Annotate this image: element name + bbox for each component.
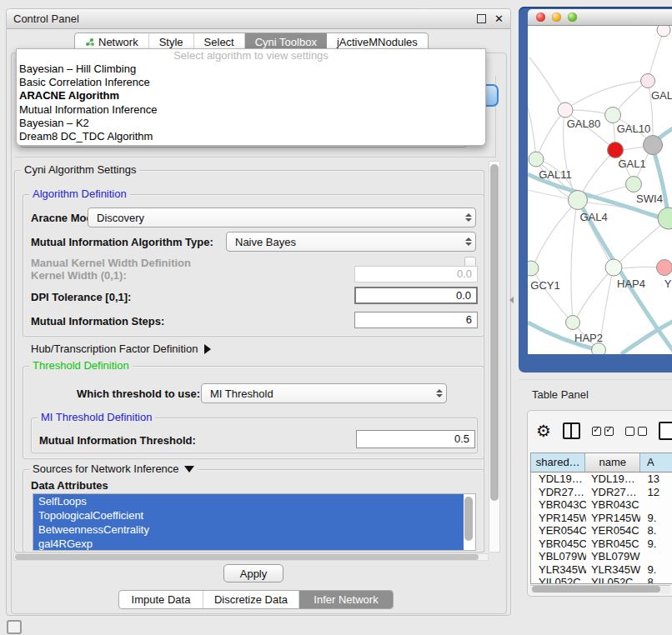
table-row[interactable]: YBL079WYBL079W [531,550,672,563]
algorithm-option[interactable]: Basic Correlation Inference [17,76,485,89]
data-attributes-list[interactable]: SelfLoopsTopologicalCoefficientBetweenne… [33,493,476,551]
network-node[interactable] [569,191,588,210]
mac-zoom-icon[interactable] [568,12,577,22]
network-edge[interactable] [615,221,666,266]
network-edge[interactable] [574,269,612,321]
network-node-label: SWI4 [636,192,663,205]
algorithm-option[interactable]: Bayesian – Hill Climbing [17,62,485,76]
gear-icon[interactable]: ⚙ [536,422,551,439]
network-node-label: GAL80 [567,118,600,130]
table-cell: YBR043C [531,498,586,512]
network-node[interactable] [528,261,539,276]
table-cell: 9. [640,563,672,577]
tab-discretize-data[interactable]: Discretize Data [203,591,299,608]
column-header-clipped[interactable]: A [640,453,672,472]
mi-threshold-input[interactable]: 0.5 [356,430,475,448]
network-view-window[interactable]: GAL7GAL80GAL10GAL1GAL11SWI4GAL4GCY1HAP4Y… [519,7,672,372]
apply-button[interactable]: Apply [223,564,283,582]
network-edge[interactable] [571,203,577,321]
attributes-scrollbar-thumb[interactable] [464,497,473,541]
table-row[interactable]: YIL052CYIL052C8. [531,576,672,583]
network-node[interactable] [566,316,580,330]
table-row[interactable]: YPR145WYPR145W9. [531,512,672,525]
algorithm-popup-list: Bayesian – Hill ClimbingBasic Correlatio… [17,62,485,143]
algorithm-option[interactable]: Bayesian – K2 [17,117,485,130]
network-node[interactable] [608,142,624,158]
splitter-collapse-icon[interactable] [509,297,514,303]
network-node[interactable] [529,152,544,167]
attribute-list-item[interactable]: TopologicalCoefficient [33,508,464,522]
network-node[interactable] [644,136,663,155]
table-horizontal-scrollbar-thumb[interactable] [532,586,660,592]
algorithm-option[interactable]: Dream8 DC_TDC Algorithm [17,130,485,143]
algorithm-option[interactable]: Mutual Information Inference [17,103,485,117]
control-panel-window: Control Panel ✕ Network Style Select Cyn… [6,8,511,616]
network-edge[interactable] [533,270,571,321]
network-node[interactable] [657,260,672,276]
columns-icon[interactable] [563,422,580,439]
network-edge[interactable] [528,108,536,158]
algorithm-popup-hint: Select algorithm to view settings [17,49,485,62]
mi-algorithm-type-select[interactable]: Naive Bayes [226,232,476,252]
network-edge[interactable] [565,81,648,109]
hub-definition-toggle[interactable]: Hub/Transcription Factor Definition [31,342,211,355]
aracne-mode-select[interactable]: Discovery [88,208,476,228]
network-edge[interactable] [537,110,565,158]
table-cell: YDL19… [531,472,586,486]
table-row[interactable]: YBR045CYBR045C9. [531,538,672,551]
control-panel-title: Control Panel [13,12,477,25]
attribute-list-item[interactable]: BetweennessCentrality [33,522,464,537]
network-node-label: GAL10 [617,122,650,135]
mi-steps-input[interactable]: 6 [354,312,478,328]
table-panel-title: Table Panel [532,388,589,401]
kernel-width-input[interactable]: 0.0 [354,266,478,282]
mac-close-icon[interactable] [536,12,545,22]
network-node[interactable] [626,177,642,192]
table-cell: YIL052C [586,576,641,583]
deselect-all-icon[interactable] [625,427,647,436]
network-edge[interactable] [653,148,668,216]
table-row[interactable]: YBR043CYBR043C [531,498,672,512]
table-cell: 9. [640,538,672,551]
settings-vertical-scrollbar-thumb[interactable] [490,164,499,501]
attribute-list-item[interactable]: gal4RGexp [33,537,464,551]
float-window-icon[interactable] [477,14,486,23]
dock-panel-icon[interactable] [7,620,22,634]
network-node[interactable] [605,108,621,123]
attribute-list-item[interactable]: SelfLoops [33,494,464,508]
network-edge[interactable] [648,31,664,81]
network-canvas[interactable]: GAL7GAL80GAL10GAL1GAL11SWI4GAL4GCY1HAP4Y… [528,26,672,354]
column-header-shared-name[interactable]: shared… [531,453,585,472]
column-header-name[interactable]: name [585,453,639,472]
tab-infer-network[interactable]: Infer Network [299,591,393,608]
dpi-tolerance-label: DPI Tolerance [0,1]: [31,291,131,303]
file-icon[interactable] [659,422,672,440]
network-edge[interactable] [529,58,564,109]
network-node[interactable] [592,343,606,355]
mac-minimize-icon[interactable] [552,12,561,22]
network-node[interactable] [605,259,622,276]
settings-horizontal-scrollbar-thumb[interactable] [15,554,479,560]
network-node-label: GAL4 [579,211,607,223]
tab-impute-data[interactable]: Impute Data [119,591,203,608]
table-row[interactable]: YDR27…YDR27…12 [531,486,672,499]
select-all-icon[interactable] [592,427,614,436]
network-edge[interactable] [533,202,576,267]
table-row[interactable]: YLR345WYLR345W9. [531,563,672,577]
which-threshold-select[interactable]: MI Threshold [201,383,447,403]
table-cell: 8. [640,576,672,583]
table-cell: YLR345W [531,563,586,577]
network-node[interactable] [657,26,670,37]
network-node[interactable] [558,102,573,118]
network-edge[interactable] [579,151,614,198]
dpi-tolerance-input[interactable]: 0.0 [354,287,478,304]
network-node-label: GAL1 [618,158,645,170]
algorithm-option[interactable]: ARACNE Algorithm [17,89,485,102]
table-row[interactable]: YDL19…YDL19…13 [531,472,672,486]
close-icon[interactable]: ✕ [494,12,504,25]
sources-title[interactable]: Sources for Network Inference [29,463,198,475]
network-node-label: Y [664,278,672,290]
table-row[interactable]: YER054CYER054C8. [531,524,672,538]
table-cell: YIL052C [531,576,586,583]
network-node[interactable] [641,74,655,88]
